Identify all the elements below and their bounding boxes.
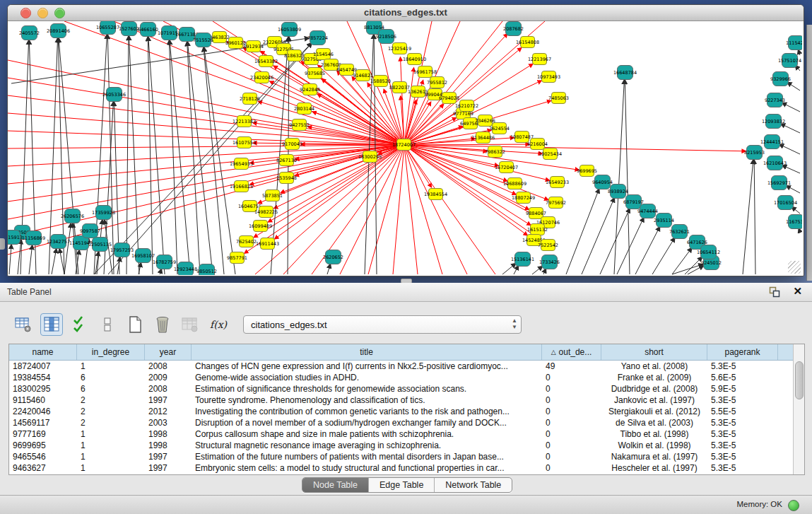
graph-node[interactable]: 19384554 <box>428 188 443 200</box>
graph-node[interactable]: 12213967 <box>532 53 547 65</box>
graph-node[interactable]: 12505135 <box>92 237 108 252</box>
graph-node[interactable]: 9329966 <box>772 71 789 86</box>
tab-node-table[interactable]: Node Table <box>302 478 368 492</box>
graph-node[interactable]: 7515526 <box>195 33 211 47</box>
graph-node[interactable]: 2087682 <box>505 21 522 36</box>
graph-node[interactable]: 16782759 <box>156 255 172 269</box>
table-row[interactable]: 946554611997Estimation of the future num… <box>9 451 804 462</box>
graph-node[interactable]: 15692971 <box>771 175 787 190</box>
table-row[interactable]: 1456911722003Disruption of a novel membe… <box>9 417 804 428</box>
graph-node[interactable]: 16210643 <box>767 156 783 170</box>
graph-node[interactable]: 2803144 <box>297 103 312 115</box>
graph-node[interactable]: 7346266 <box>478 115 493 127</box>
graph-node[interactable]: 6216004 <box>530 138 545 150</box>
graph-node[interactable]: 10688609 <box>507 177 522 189</box>
graph-node[interactable]: 9146821 <box>355 69 370 81</box>
new-table-icon[interactable] <box>124 314 146 335</box>
graph-node[interactable]: 8267130 <box>279 154 294 166</box>
select-checks-icon[interactable] <box>69 314 90 335</box>
graph-node[interactable]: 9097587 <box>82 223 98 238</box>
graph-node[interactable]: 16053809 <box>281 22 298 37</box>
table-row[interactable]: 977716911998Corpus callosum shape and si… <box>9 428 804 440</box>
graph-node[interactable]: 26053346 <box>106 87 122 102</box>
tab-network-table[interactable]: Network Table <box>434 478 512 492</box>
graph-node[interactable]: 16099489 <box>253 220 268 232</box>
table-settings-icon[interactable] <box>13 314 34 335</box>
resize-grip[interactable] <box>788 261 801 274</box>
graph-node[interactable]: 9170043 <box>285 138 300 150</box>
edit-columns-icon[interactable] <box>40 313 63 336</box>
graph-node[interactable]: 9242848 <box>302 83 317 95</box>
graph-node[interactable]: 9375685 <box>307 67 322 79</box>
graph-node[interactable]: 20891406 <box>50 23 66 38</box>
graph-node[interactable]: 18640910 <box>407 53 422 65</box>
graph-node[interactable]: 23420046 <box>254 71 269 83</box>
graph-node[interactable]: 8960128 <box>228 37 243 49</box>
graph-node[interactable]: 6466160 <box>140 22 156 37</box>
graph-node[interactable]: 17016504 <box>777 195 794 210</box>
graph-node[interactable]: 10655287 <box>100 21 116 35</box>
graph-node[interactable]: 19166825 <box>234 180 249 192</box>
graph-node[interactable]: 18807249 <box>516 192 531 204</box>
graph-node[interactable]: 7955812 <box>430 76 445 88</box>
graph-node[interactable]: 16154808 <box>520 36 535 48</box>
network-view[interactable]: 1872400794638228960128891293423226058912… <box>8 21 802 275</box>
graph-node[interactable]: 2405572 <box>21 25 37 40</box>
column-header-in-degree[interactable]: in_degree <box>77 344 145 360</box>
graph-node[interactable]: 7522542 <box>541 239 555 251</box>
graph-node[interactable]: 16107553 <box>237 136 252 148</box>
graph-node[interactable]: 12444151 <box>764 134 780 149</box>
graph-node[interactable]: 10025434 <box>543 148 558 160</box>
close-panel-icon[interactable]: ✕ <box>793 285 802 298</box>
graph-node[interactable]: 9850512 <box>199 264 215 275</box>
delete-table-trash-icon[interactable] <box>152 314 173 335</box>
table-row[interactable]: 1938455462009Genome-wide association stu… <box>9 372 804 383</box>
graph-node[interactable]: 1733426 <box>541 255 558 269</box>
graph-node[interactable]: 9463822 <box>212 31 227 43</box>
graph-node[interactable]: 19654933 <box>234 158 249 170</box>
graph-node[interactable]: 2620652 <box>325 250 341 264</box>
column-header-pagerank[interactable]: pagerank <box>707 344 778 360</box>
graph-node[interactable]: 21364486 <box>476 132 490 144</box>
graph-node[interactable]: 5873851 <box>265 189 280 201</box>
table-row[interactable]: 969969511998Structural magnetic resonanc… <box>9 440 804 451</box>
graph-node[interactable]: 1527602 <box>121 21 137 36</box>
graph-node[interactable]: 6794028 <box>442 92 457 104</box>
graph-node[interactable]: 8186328 <box>287 49 302 62</box>
column-header-name[interactable]: name <box>9 344 77 360</box>
graph-node[interactable]: 7986322 <box>488 146 502 158</box>
column-header-year[interactable]: year <box>145 344 192 360</box>
graph-node[interactable]: 1535948 <box>279 172 294 184</box>
graph-node[interactable]: 3915913 <box>8 230 20 245</box>
graph-node[interactable]: 1588520 <box>373 75 388 87</box>
graph-node[interactable]: 12342757 <box>50 234 66 249</box>
table-row[interactable]: 1830029562008Estimation of significance … <box>9 383 804 395</box>
graph-node[interactable]: 16543382 <box>259 55 273 67</box>
graph-node[interactable]: 9427552 <box>292 119 307 131</box>
graph-node[interactable]: 15720407 <box>499 161 514 173</box>
column-header-title[interactable]: title <box>192 344 542 360</box>
table-vertical-scrollbar[interactable] <box>793 344 804 474</box>
graph-node[interactable]: 16210722 <box>459 100 474 112</box>
graph-node[interactable]: 16961758 <box>418 66 433 78</box>
graph-node[interactable]: 8912934 <box>246 40 261 52</box>
graph-node[interactable]: 9699695 <box>579 165 594 177</box>
graph-node[interactable]: 9218506 <box>378 29 394 44</box>
hidden-panel-tab[interactable] <box>0 238 5 250</box>
graph-node[interactable]: 11156869 <box>25 230 42 245</box>
graph-node[interactable]: 7625402 <box>239 235 254 247</box>
table-row[interactable]: 2242004622012Investigating the contribut… <box>9 406 804 417</box>
scrollbar-thumb[interactable] <box>795 361 804 399</box>
graph-node[interactable]: 8215953 <box>746 145 763 160</box>
graph-node[interactable]: 15136141 <box>514 252 531 267</box>
graph-node[interactable]: 15751074 <box>782 53 798 68</box>
graph-node[interactable]: 16958107 <box>135 248 151 263</box>
graph-node[interactable]: 7632621 <box>671 224 688 239</box>
graph-node[interactable]: 12923448 <box>177 262 194 275</box>
graph-node[interactable]: 8454749 <box>339 64 354 76</box>
tab-edge-table[interactable]: Edge Table <box>368 478 434 492</box>
graph-node[interactable]: 16549233 <box>550 176 565 188</box>
graph-node[interactable]: 7975692 <box>548 197 563 209</box>
graph-node[interactable]: 9640954 <box>594 175 611 189</box>
float-panel-icon[interactable] <box>769 286 781 298</box>
